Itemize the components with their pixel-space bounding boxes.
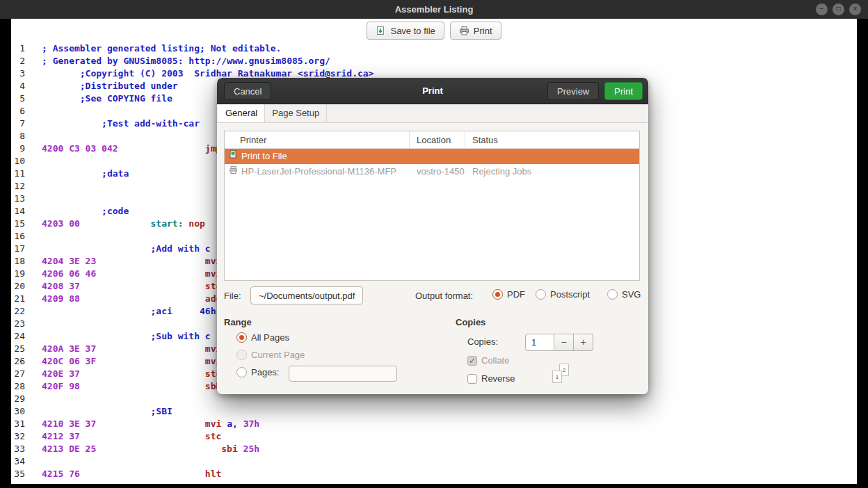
copies-increment-button[interactable]: + — [574, 334, 593, 351]
radio-format-postscript[interactable]: Postscript — [536, 289, 590, 300]
reverse-checkbox[interactable]: Reverse — [467, 373, 515, 384]
line-number: 3 — [11, 67, 25, 80]
code-line: 334213 DE 25 sbi 25h — [11, 443, 857, 455]
code-token: ;data — [102, 168, 129, 179]
print-toolbar-label: Print — [474, 26, 492, 36]
code-token — [80, 469, 205, 479]
code-token: ;See COPYING file — [80, 93, 172, 104]
code-token: 4208 37 — [42, 281, 80, 291]
line-number: 6 — [11, 105, 25, 117]
printer-icon — [459, 26, 469, 36]
file-chooser-button[interactable]: ~/Documents/output.pdf — [250, 286, 363, 304]
line-number: 2 — [11, 55, 25, 67]
code-text: 420C 06 3F mvi — [42, 355, 221, 368]
copies-heading: Copies — [456, 317, 485, 327]
code-token: 46h — [200, 306, 216, 316]
radio-format-svg[interactable]: SVG — [607, 289, 641, 300]
code-token: 420F 98 — [42, 381, 80, 391]
window-title: Assembler Listing — [0, 0, 868, 19]
code-token: hlt — [205, 469, 221, 479]
code-token — [96, 343, 205, 354]
code-token — [96, 356, 205, 366]
radio-format-pdf[interactable]: PDF — [492, 289, 525, 300]
code-token: 25h — [243, 444, 259, 454]
code-token — [42, 68, 80, 79]
checkbox-indicator — [467, 356, 477, 366]
code-text: ;Test add-with-car — [42, 117, 200, 130]
line-number: 23 — [11, 318, 25, 330]
code-token — [42, 306, 151, 316]
code-token — [118, 143, 205, 154]
print-toolbar-button[interactable]: Print — [450, 22, 501, 40]
code-text: ;See COPYING file — [42, 92, 172, 105]
code-text: 4203 00 start: nop — [42, 218, 205, 230]
save-to-file-button[interactable]: Save to file — [367, 22, 444, 40]
code-token: 4206 06 46 — [42, 268, 96, 279]
preview-button[interactable]: Preview — [547, 82, 599, 100]
code-token — [42, 243, 151, 254]
radio-current-page: Current Page — [236, 350, 305, 360]
copies-decrement-button[interactable]: − — [554, 334, 574, 351]
code-token: 37h — [243, 418, 259, 429]
line-number: 20 — [11, 280, 25, 293]
printer-status: Rejecting Jobs — [465, 164, 639, 179]
cancel-button[interactable]: Cancel — [224, 82, 271, 100]
radio-pages[interactable]: Pages: — [236, 367, 279, 377]
column-header-status[interactable]: Status — [465, 131, 639, 148]
window-titlebar: Assembler Listing − □ × — [0, 0, 868, 19]
code-token: ;Test add-with-car — [102, 118, 200, 129]
line-number: 8 — [11, 130, 25, 143]
code-token — [96, 418, 205, 429]
line-number: 26 — [11, 355, 25, 368]
code-text: 4215 76 hlt — [42, 468, 221, 480]
code-token: start: — [151, 218, 184, 229]
print-confirm-button[interactable]: Print — [604, 82, 643, 100]
line-number: 17 — [11, 243, 25, 255]
line-number: 34 — [11, 455, 25, 468]
code-line: 34 — [11, 455, 857, 468]
code-token: ; Assembler generated listing; Not edita… — [42, 43, 281, 54]
code-text: 420A 3E 37 mvi — [42, 343, 221, 355]
line-number: 35 — [11, 468, 25, 480]
code-token — [238, 418, 243, 429]
column-header-location[interactable]: Location — [410, 131, 465, 148]
code-token: 420E 37 — [42, 368, 80, 379]
radio-label: PDF — [507, 289, 525, 300]
code-token — [80, 368, 205, 379]
printer-row-print-to-file[interactable]: Print to File — [225, 149, 639, 164]
print-dialog: Print Cancel Preview Print General Page … — [217, 78, 648, 394]
line-number: 29 — [11, 393, 25, 405]
tab-page-setup[interactable]: Page Setup — [265, 104, 327, 122]
window-controls: − □ × — [816, 3, 861, 15]
code-text: 4212 37 stc — [42, 430, 221, 443]
minimize-button[interactable]: − — [816, 3, 828, 15]
file-label: File: — [224, 291, 241, 301]
code-text: 4213 DE 25 sbi 25h — [42, 443, 259, 455]
code-token — [221, 418, 227, 429]
code-text: ;Distributed under — [42, 80, 178, 92]
close-button[interactable]: × — [849, 3, 861, 15]
code-line: 324212 37 stc — [11, 430, 857, 443]
code-text: ;code — [42, 205, 129, 218]
code-token: ;aci — [151, 306, 172, 316]
radio-all-pages[interactable]: All Pages — [236, 332, 289, 343]
tab-general[interactable]: General — [218, 104, 265, 122]
code-line: 314210 3E 37 mvi a, 37h — [11, 418, 857, 430]
code-token — [42, 81, 80, 91]
maximize-button[interactable]: □ — [833, 3, 844, 15]
code-token: 4213 DE 25 — [42, 444, 96, 454]
column-header-printer[interactable]: Printer — [225, 131, 410, 148]
copies-spinner: − + — [525, 334, 593, 351]
code-token — [80, 431, 205, 441]
code-text: ;aci 46h — [42, 305, 216, 318]
printer-row-hp-laserjet[interactable]: HP-LaserJet-Professional-M1136-MFP vostr… — [225, 164, 639, 179]
checkbox-label: Collate — [481, 355, 509, 366]
printer-status — [465, 149, 639, 164]
copies-input[interactable] — [525, 334, 554, 351]
line-number: 22 — [11, 305, 25, 318]
print-dialog-tabbar: General Page Setup — [217, 104, 648, 123]
code-token — [42, 168, 102, 179]
line-number: 24 — [11, 330, 25, 343]
collate-checkbox: Collate — [467, 355, 509, 366]
pages-input[interactable] — [289, 366, 397, 382]
